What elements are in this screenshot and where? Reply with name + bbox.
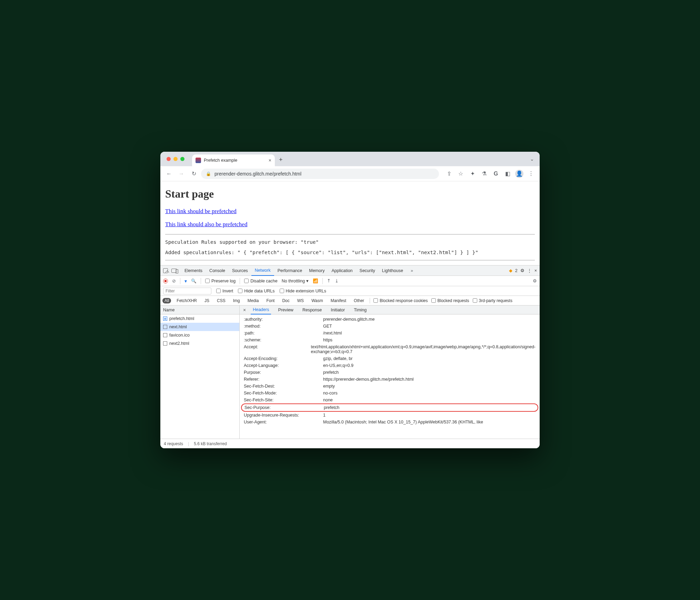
- panel-tab-initiator[interactable]: Initiator: [329, 306, 347, 314]
- devtools-tab-sources[interactable]: Sources: [229, 266, 251, 276]
- hide-data-urls-checkbox[interactable]: Hide data URLs: [238, 289, 274, 293]
- devtools-tab-network[interactable]: Network: [251, 266, 274, 276]
- more-tabs-button[interactable]: »: [407, 266, 417, 276]
- blocked-cookies-checkbox[interactable]: Blocked response cookies: [373, 298, 428, 303]
- warnings-count: 2: [515, 268, 518, 273]
- separator: [322, 278, 323, 284]
- invert-checkbox[interactable]: Invert: [216, 289, 233, 293]
- header-key: Upgrade-Insecure-Requests:: [244, 413, 316, 418]
- request-list: prefetch.htmlnext.htmlfavicon.iconext2.h…: [160, 314, 240, 439]
- settings-icon[interactable]: ⚙: [520, 268, 524, 273]
- devtools-menu-button[interactable]: ⋮: [527, 268, 532, 273]
- address-bar[interactable]: 🔒 prerender-demos.glitch.me/prefetch.htm…: [201, 169, 439, 179]
- type-filter-js[interactable]: JS: [202, 298, 211, 303]
- header-key: Sec-Fetch-Site:: [244, 398, 316, 402]
- record-button[interactable]: [163, 279, 168, 283]
- network-conditions-icon[interactable]: 📶: [313, 278, 318, 283]
- chevron-down-icon: ▾: [306, 278, 309, 283]
- labs-button[interactable]: ⚗: [479, 169, 489, 179]
- type-filter-manifest[interactable]: Manifest: [329, 298, 348, 303]
- devtools-tab-bar: ElementsConsoleSourcesNetworkPerformance…: [160, 266, 540, 276]
- third-party-checkbox[interactable]: 3rd-party requests: [473, 298, 512, 303]
- menu-button[interactable]: ⋮: [526, 169, 536, 179]
- google-button[interactable]: G: [491, 169, 501, 179]
- panel-tab-timing[interactable]: Timing: [352, 306, 369, 314]
- close-tab-button[interactable]: ×: [269, 158, 271, 163]
- minimize-window-button[interactable]: [173, 157, 178, 161]
- type-filter-font[interactable]: Font: [264, 298, 277, 303]
- share-button[interactable]: ⇪: [444, 169, 454, 179]
- disable-cache-checkbox[interactable]: Disable cache: [244, 279, 278, 283]
- type-filter-other[interactable]: Other: [352, 298, 366, 303]
- devtools-tab-application[interactable]: Application: [328, 266, 356, 276]
- network-status-bar: 4 requests | 5.6 kB transferred: [160, 439, 540, 448]
- request-row[interactable]: prefetch.html: [160, 314, 239, 323]
- request-row[interactable]: next2.html: [160, 339, 239, 348]
- type-filter-wasm[interactable]: Wasm: [309, 298, 325, 303]
- devtools-panel: ElementsConsoleSourcesNetworkPerformance…: [160, 265, 540, 448]
- side-panel-button[interactable]: ◧: [502, 169, 513, 179]
- extensions-button[interactable]: ✦: [467, 169, 478, 179]
- separator: [180, 278, 180, 284]
- devtools-tab-elements[interactable]: Elements: [181, 266, 206, 276]
- new-tab-button[interactable]: +: [279, 156, 283, 163]
- search-icon[interactable]: 🔍: [191, 278, 197, 283]
- preserve-log-checkbox[interactable]: Preserve log: [205, 279, 236, 283]
- request-row[interactable]: next.html: [160, 323, 239, 331]
- document-icon: [163, 317, 167, 321]
- close-panel-button[interactable]: ×: [243, 307, 246, 313]
- fullscreen-window-button[interactable]: [180, 157, 184, 161]
- reload-button[interactable]: ↻: [189, 169, 199, 179]
- type-filter-ws[interactable]: WS: [295, 298, 306, 303]
- window-controls: [164, 157, 187, 161]
- devtools-tab-performance[interactable]: Performance: [274, 266, 306, 276]
- lock-icon: 🔒: [206, 171, 211, 176]
- back-button[interactable]: ←: [164, 169, 174, 179]
- request-row[interactable]: favicon.ico: [160, 331, 239, 339]
- device-toggle-icon[interactable]: [171, 269, 177, 273]
- network-settings-icon[interactable]: ⚙: [533, 278, 537, 283]
- devtools-tab-lighthouse[interactable]: Lighthouse: [379, 266, 407, 276]
- browser-tab[interactable]: Prefetch example ×: [192, 154, 275, 166]
- header-key: User-Agent:: [244, 420, 316, 424]
- header-row: Sec-Fetch-Site:none: [244, 397, 536, 403]
- separator: [240, 278, 240, 284]
- panel-tab-preview[interactable]: Preview: [276, 306, 295, 314]
- filter-input[interactable]: [163, 288, 211, 294]
- close-devtools-button[interactable]: ×: [534, 268, 537, 273]
- url-text: prerender-demos.glitch.me/prefetch.html: [214, 171, 301, 177]
- favicon-icon: [196, 158, 201, 163]
- name-column-header[interactable]: Name: [160, 306, 240, 314]
- prefetch-link-1[interactable]: This link should be prefetched: [165, 208, 535, 215]
- devtools-tab-security[interactable]: Security: [356, 266, 379, 276]
- inspect-icon[interactable]: [163, 268, 168, 273]
- type-filter-css[interactable]: CSS: [215, 298, 228, 303]
- type-filter-all[interactable]: All: [162, 298, 171, 303]
- tabs-dropdown-button[interactable]: ⌄: [530, 156, 536, 162]
- hide-extension-urls-checkbox[interactable]: Hide extension URLs: [280, 289, 326, 293]
- panel-tab-response[interactable]: Response: [300, 306, 324, 314]
- forward-button[interactable]: →: [176, 169, 187, 179]
- bookmark-button[interactable]: ☆: [456, 169, 466, 179]
- profile-button[interactable]: 👤: [514, 169, 524, 179]
- type-filter-fetchxhr[interactable]: Fetch/XHR: [174, 298, 199, 303]
- throttling-select[interactable]: No throttling▾: [282, 278, 309, 283]
- header-value: gzip, deflate, br: [323, 356, 536, 361]
- devtools-tab-console[interactable]: Console: [206, 266, 229, 276]
- type-filter-img[interactable]: Img: [231, 298, 242, 303]
- devtools-tab-memory[interactable]: Memory: [306, 266, 328, 276]
- status-line-1: Speculation Rules supported on your brow…: [165, 239, 535, 245]
- blocked-requests-checkbox[interactable]: Blocked requests: [431, 298, 469, 303]
- type-filter-media[interactable]: Media: [246, 298, 261, 303]
- export-har-button[interactable]: ⤓: [335, 278, 339, 283]
- warnings-icon[interactable]: ◆: [509, 268, 512, 273]
- clear-button[interactable]: ⊘: [172, 278, 176, 283]
- type-filter-doc[interactable]: Doc: [280, 298, 291, 303]
- import-har-button[interactable]: ⤒: [327, 278, 331, 283]
- panel-tab-headers[interactable]: Headers: [251, 306, 271, 314]
- filter-icon[interactable]: ▾: [184, 278, 187, 284]
- header-row: Sec-Fetch-Dest:empty: [244, 383, 536, 390]
- prefetch-link-2[interactable]: This link should also be prefetched: [165, 221, 535, 228]
- toolbar-actions: ⇪ ☆ ✦ ⚗ G ◧ 👤 ⋮: [444, 169, 536, 179]
- close-window-button[interactable]: [167, 157, 171, 161]
